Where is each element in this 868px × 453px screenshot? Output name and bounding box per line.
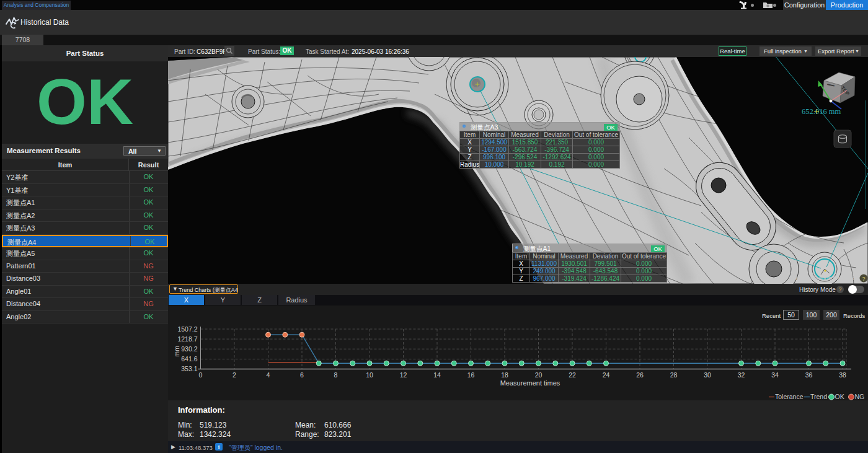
svg-text:20: 20 xyxy=(535,371,542,379)
svg-text:4: 4 xyxy=(267,371,270,379)
svg-text:32: 32 xyxy=(738,371,745,379)
svg-text:16: 16 xyxy=(467,371,475,379)
svg-text:1507.2: 1507.2 xyxy=(177,325,197,333)
svg-text:18: 18 xyxy=(501,371,508,379)
svg-text:10: 10 xyxy=(366,371,373,379)
svg-text:6: 6 xyxy=(300,371,304,379)
svg-text:Tolerance: Tolerance xyxy=(775,393,804,400)
svg-text:Measurement times: Measurement times xyxy=(500,379,560,387)
svg-text:mm: mm xyxy=(173,346,180,357)
svg-text:652.016 mm: 652.016 mm xyxy=(802,107,841,116)
svg-text:28: 28 xyxy=(670,371,678,379)
svg-text:36: 36 xyxy=(805,371,813,379)
svg-text:0: 0 xyxy=(199,371,203,379)
svg-text:22: 22 xyxy=(569,371,576,379)
svg-text:3D Visualization Operations: 3D Visualization Operations xyxy=(789,275,862,281)
svg-text:12: 12 xyxy=(400,371,407,379)
svg-text:14: 14 xyxy=(433,371,441,379)
svg-text:2: 2 xyxy=(232,371,236,379)
svg-text:24: 24 xyxy=(603,371,610,379)
svg-text:641.6: 641.6 xyxy=(181,355,197,363)
svg-text:?: ? xyxy=(862,276,865,282)
svg-text:NG: NG xyxy=(855,393,865,400)
svg-text:353.1: 353.1 xyxy=(181,365,197,372)
svg-text:30: 30 xyxy=(704,371,711,379)
svg-text:38: 38 xyxy=(839,371,846,379)
svg-text:1218.7: 1218.7 xyxy=(177,335,197,343)
svg-text:8: 8 xyxy=(334,371,338,379)
svg-text:34: 34 xyxy=(771,371,779,379)
svg-text:930.2: 930.2 xyxy=(181,345,197,353)
svg-text:OK: OK xyxy=(835,393,844,400)
svg-text:26: 26 xyxy=(636,371,644,379)
svg-text:Trend: Trend xyxy=(810,393,827,400)
